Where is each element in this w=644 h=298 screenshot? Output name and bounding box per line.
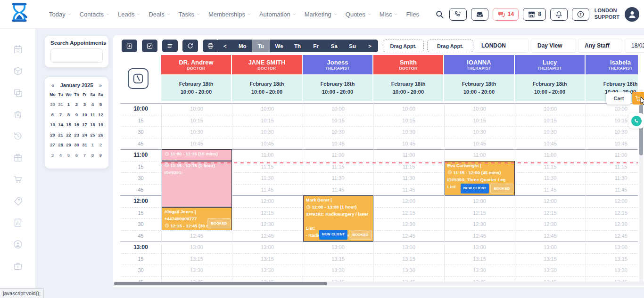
time-slot-cell[interactable]: 10:45	[232, 138, 303, 150]
location-select[interactable]: LONDON	[475, 39, 528, 53]
time-slot-cell[interactable]: 12:15	[586, 207, 638, 219]
minical-day[interactable]: 8	[89, 150, 97, 161]
sidebar-item-cart[interactable]	[13, 174, 23, 185]
week-day-fr[interactable]: Fr	[306, 40, 325, 52]
view-select[interactable]: Day View	[531, 39, 576, 53]
time-slot-cell[interactable]: 12:45	[586, 230, 638, 242]
search-button[interactable]	[435, 10, 444, 19]
time-slot-cell[interactable]: 13:30	[232, 265, 303, 276]
time-slot-cell[interactable]: 10:45	[586, 138, 638, 150]
nav-item-contacts[interactable]: Contacts	[80, 11, 110, 18]
time-slot-cell[interactable]: 11:00	[232, 149, 303, 161]
time-slot-cell[interactable]: 10:00	[515, 103, 586, 115]
minical-day[interactable]: 7	[57, 110, 65, 120]
minical-day[interactable]: 23	[73, 130, 81, 140]
minical-day[interactable]: 8	[65, 110, 73, 120]
staff-filter-select[interactable]: Any Staff	[578, 39, 622, 53]
minical-day[interactable]: 1	[65, 99, 73, 110]
minical-day[interactable]: 18	[89, 120, 97, 130]
nav-item-leads[interactable]: Leads	[118, 11, 140, 18]
time-slot-cell[interactable]: 13:30	[515, 265, 586, 276]
time-slot-cell[interactable]: 11:00	[515, 149, 586, 161]
time-slot-cell[interactable]: 13:30	[161, 265, 232, 276]
appointment-block[interactable]: 11:15 - 12:15 (1 hour)ID#9391:	[162, 161, 232, 207]
staff-header[interactable]: DR. AndrewDOCTOR	[161, 55, 231, 74]
minical-day[interactable]: 10	[81, 110, 89, 120]
time-slot-cell[interactable]: 13:45	[515, 276, 586, 282]
minical-day[interactable]: 20	[49, 130, 57, 140]
staff-header[interactable]: LucyTHERAPIST	[515, 55, 585, 74]
minical-day[interactable]: 30	[49, 99, 57, 110]
drag-appt-button-2[interactable]: Drag Appt.	[427, 40, 473, 52]
help-button[interactable]: ?	[572, 8, 589, 21]
time-slot-cell[interactable]: 13:45	[586, 276, 638, 282]
minical-day[interactable]: 31	[81, 140, 89, 150]
sidebar-item-package[interactable]	[13, 66, 23, 76]
time-slot-cell[interactable]: 13:00	[303, 242, 373, 253]
week-day-we[interactable]: We	[270, 40, 289, 52]
date-input[interactable]: 18/02,	[625, 39, 644, 53]
time-slot-cell[interactable]: 10:45	[161, 138, 232, 150]
minical-day[interactable]: 6	[49, 110, 57, 120]
time-slot-cell[interactable]: 10:45	[515, 138, 586, 150]
time-slot-cell[interactable]: 10:30	[373, 126, 444, 138]
time-slot-cell[interactable]: 12:15	[444, 207, 515, 219]
hourglass-logo-icon[interactable]	[8, 2, 30, 26]
minical-next-button[interactable]: »	[99, 82, 102, 88]
minical-day[interactable]: 22	[65, 130, 73, 140]
minical-day[interactable]: 3	[49, 150, 57, 161]
minical-day[interactable]: 5	[97, 99, 105, 110]
time-slot-cell[interactable]: 12:15	[232, 207, 303, 219]
sidebar-item-gift[interactable]	[13, 153, 23, 163]
agenda-list-button[interactable]	[162, 40, 178, 52]
chat-button[interactable]: 14	[493, 8, 519, 21]
nav-item-today[interactable]: Today	[49, 11, 72, 18]
time-slot-cell[interactable]: 11:30	[232, 172, 303, 184]
sidebar-item-calendar-date[interactable]: 12	[13, 44, 23, 55]
time-slot-cell[interactable]: 10:00	[586, 103, 638, 115]
time-slot-cell[interactable]: 11:30	[586, 172, 638, 184]
sidebar-item-case[interactable]	[13, 261, 23, 271]
search-appointments-input[interactable]	[50, 48, 103, 63]
sidebar-item-history[interactable]	[13, 131, 23, 141]
time-slot-cell[interactable]: 13:30	[586, 265, 638, 276]
time-slot-cell[interactable]: 13:15	[161, 253, 232, 265]
time-slot-cell[interactable]: 13:45	[303, 276, 373, 282]
time-slot-cell[interactable]: 11:30	[303, 172, 373, 184]
time-slot-cell[interactable]: 13:15	[303, 253, 373, 265]
sidebar-item-copy[interactable]	[13, 88, 23, 98]
time-slot-cell[interactable]: 12:15	[373, 207, 444, 219]
minical-day[interactable]: 15	[65, 120, 73, 130]
time-slot-cell[interactable]: 12:45	[515, 230, 586, 242]
staff-header[interactable]: IsabelaTHERAPIST	[586, 55, 638, 74]
time-slot-cell[interactable]: 10:45	[444, 138, 515, 150]
minical-day[interactable]: 17	[81, 120, 89, 130]
phone-button[interactable]	[449, 8, 467, 21]
minical-day[interactable]: 31	[57, 99, 65, 110]
time-slot-cell[interactable]: 13:00	[586, 242, 638, 253]
time-slot-cell[interactable]: 11:45	[232, 184, 303, 196]
time-slot-cell[interactable]: 11:45	[373, 184, 444, 196]
nav-item-automation[interactable]: Automation	[259, 11, 297, 18]
staff-header[interactable]: JANE SMITHDOCTOR	[232, 55, 302, 74]
time-slot-cell[interactable]: 12:00	[232, 195, 303, 207]
time-slot-cell[interactable]: 10:30	[444, 126, 515, 138]
staff-header[interactable]: IOANNATHERAPIST	[444, 55, 514, 74]
minical-day[interactable]: 29	[65, 140, 73, 150]
time-slot-cell[interactable]: 13:30	[373, 265, 444, 276]
time-slot-cell[interactable]: 10:00	[303, 103, 373, 115]
time-slot-cell[interactable]: 11:00	[586, 149, 638, 161]
time-slot-cell[interactable]: 10:30	[515, 126, 586, 138]
sidebar-item-report[interactable]	[13, 217, 23, 228]
time-slot-cell[interactable]: 10:00	[373, 103, 444, 115]
minical-day[interactable]: 12	[97, 110, 105, 120]
time-slot-cell[interactable]: 12:30	[586, 218, 638, 230]
time-slot-cell[interactable]: 12:00	[444, 195, 515, 207]
time-slot-cell[interactable]: 13:45	[161, 276, 232, 282]
time-slot-cell[interactable]: 10:30	[232, 126, 303, 138]
time-slot-cell[interactable]: 13:45	[373, 276, 444, 282]
time-slot-cell[interactable]: 12:30	[515, 218, 586, 230]
time-slot-cell[interactable]: 12:45	[161, 230, 232, 242]
nav-item-marketing[interactable]: Marketing	[305, 11, 338, 18]
print-button[interactable]	[203, 40, 218, 52]
